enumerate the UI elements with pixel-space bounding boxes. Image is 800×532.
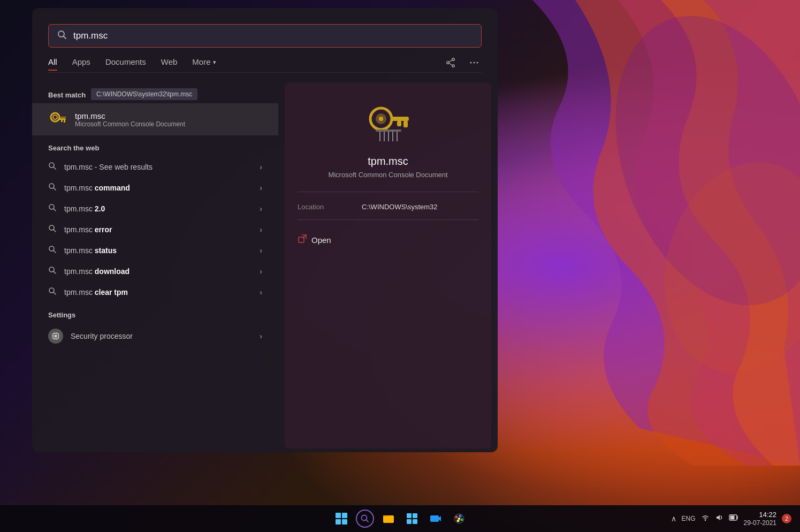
svg-line-25 bbox=[54, 230, 56, 232]
settings-section: Settings bbox=[32, 307, 278, 349]
tab-web[interactable]: Web bbox=[161, 57, 178, 71]
chevron-down-icon: ▾ bbox=[213, 59, 216, 66]
search-circle-icon bbox=[356, 510, 374, 528]
taskbar-store[interactable] bbox=[402, 508, 422, 529]
windows-logo-icon bbox=[336, 513, 347, 525]
search-web-label: Search the web bbox=[32, 140, 278, 156]
svg-line-3 bbox=[64, 36, 66, 39]
search-input-value[interactable]: tpm.msc bbox=[73, 31, 473, 41]
svg-line-27 bbox=[54, 250, 56, 253]
svg-rect-45 bbox=[391, 117, 409, 121]
svg-rect-64 bbox=[430, 515, 439, 522]
wifi-icon[interactable] bbox=[701, 513, 710, 523]
chevron-right-icon-2: › bbox=[260, 204, 262, 213]
tab-documents[interactable]: Documents bbox=[105, 57, 146, 71]
start-button[interactable] bbox=[331, 508, 352, 529]
taskbar-search-button[interactable] bbox=[355, 508, 375, 529]
web-item-3[interactable]: tpm.msc error › bbox=[32, 219, 278, 240]
share-icon[interactable] bbox=[443, 55, 458, 73]
web-item-text-5: tpm.msc download bbox=[64, 267, 252, 276]
taskbar-center bbox=[331, 508, 469, 529]
security-processor-label: Security processor bbox=[71, 332, 252, 340]
svg-rect-33 bbox=[55, 335, 57, 338]
preview-panel: tpm.msc Microsoft Common Console Documen… bbox=[285, 82, 491, 449]
search-icon-small bbox=[48, 162, 57, 172]
tab-all[interactable]: All bbox=[48, 57, 57, 71]
svg-line-19 bbox=[54, 167, 56, 169]
app-preview-icon bbox=[364, 98, 412, 147]
taskbar: ∧ ENG bbox=[0, 505, 800, 532]
tpm-msc-icon bbox=[48, 110, 67, 129]
language-indicator[interactable]: ENG bbox=[682, 515, 696, 522]
taskbar-zoom[interactable] bbox=[425, 508, 446, 529]
svg-rect-46 bbox=[403, 121, 408, 127]
web-item-2[interactable]: tpm.msc 2.0 › bbox=[32, 198, 278, 219]
web-item-4[interactable]: tpm.msc status › bbox=[32, 240, 278, 261]
web-item-6[interactable]: tpm.msc clear tpm › bbox=[32, 282, 278, 302]
web-item-1[interactable]: tpm.msc command › bbox=[32, 177, 278, 198]
preview-app-name: tpm.msc bbox=[368, 155, 408, 168]
svg-point-9 bbox=[470, 62, 472, 64]
open-button[interactable]: Open bbox=[298, 231, 331, 249]
svg-point-44 bbox=[379, 117, 383, 121]
svg-line-55 bbox=[303, 235, 306, 238]
best-match-item[interactable]: C:\WINDOWS\system32\tpm.msc tp bbox=[32, 103, 278, 135]
svg-line-29 bbox=[54, 271, 56, 273]
tab-right-icons bbox=[443, 55, 482, 73]
svg-rect-62 bbox=[407, 519, 412, 524]
settings-label: Settings bbox=[32, 307, 278, 323]
notification-badge[interactable]: 2 bbox=[782, 514, 791, 523]
search-icon-small-2 bbox=[48, 203, 57, 214]
more-options-icon[interactable] bbox=[467, 55, 482, 73]
chevron-right-icon-6: › bbox=[260, 288, 262, 297]
svg-rect-14 bbox=[58, 118, 66, 120]
main-content: Best match C:\WINDOWS\system32\tpm.msc bbox=[32, 78, 498, 452]
clock-date: 29-07-2021 bbox=[744, 519, 776, 527]
svg-point-66 bbox=[455, 516, 458, 519]
best-match-subtitle: Microsoft Common Console Document bbox=[75, 120, 185, 128]
search-box[interactable]: tpm.msc bbox=[48, 24, 482, 48]
taskbar-paint[interactable] bbox=[449, 508, 469, 529]
search-icon-small-5 bbox=[48, 266, 57, 276]
clock-time: 14:22 bbox=[744, 511, 776, 520]
volume-icon[interactable] bbox=[715, 513, 723, 523]
battery-icon[interactable] bbox=[729, 514, 738, 523]
web-item-text-0: tpm.msc - See web results bbox=[64, 163, 252, 171]
svg-rect-15 bbox=[64, 120, 65, 123]
svg-point-13 bbox=[53, 115, 57, 119]
search-icon-small-6 bbox=[48, 287, 57, 297]
search-icon-small-3 bbox=[48, 224, 57, 234]
preview-location-value: C:\WINDOWS\system32 bbox=[362, 203, 438, 211]
tab-apps[interactable]: Apps bbox=[72, 57, 90, 71]
taskbar-file-explorer[interactable] bbox=[378, 508, 399, 529]
svg-line-23 bbox=[54, 209, 56, 211]
svg-line-31 bbox=[54, 292, 56, 294]
tab-more[interactable]: More ▾ bbox=[192, 57, 216, 71]
taskbar-right: ∧ ENG bbox=[671, 511, 791, 527]
settings-item-security[interactable]: Security processor › bbox=[32, 323, 278, 349]
preview-divider-2 bbox=[298, 219, 478, 220]
web-item-5[interactable]: tpm.msc download › bbox=[32, 261, 278, 282]
preview-location-label: Location bbox=[298, 203, 362, 211]
web-item-text-2: tpm.msc 2.0 bbox=[64, 204, 252, 213]
web-item-0[interactable]: tpm.msc - See web results › bbox=[32, 156, 278, 177]
svg-rect-47 bbox=[397, 121, 401, 126]
svg-point-68 bbox=[460, 519, 463, 521]
search-web-section: Search the web tpm.msc - See web results… bbox=[32, 140, 278, 302]
open-label: Open bbox=[311, 235, 331, 245]
svg-line-7 bbox=[449, 60, 452, 62]
tray-chevron-icon[interactable]: ∧ bbox=[671, 514, 676, 523]
svg-point-71 bbox=[704, 520, 705, 521]
svg-rect-63 bbox=[413, 519, 417, 524]
svg-point-11 bbox=[477, 62, 478, 64]
left-panel: Best match C:\WINDOWS\system32\tpm.msc bbox=[32, 78, 278, 452]
filter-tabs: All Apps Documents Web More ▾ bbox=[32, 48, 498, 73]
svg-line-57 bbox=[366, 520, 368, 522]
path-tooltip: C:\WINDOWS\system32\tpm.msc bbox=[91, 88, 197, 100]
svg-line-21 bbox=[54, 188, 56, 190]
svg-rect-53 bbox=[376, 130, 401, 132]
chevron-right-icon-3: › bbox=[260, 225, 262, 234]
clock-block[interactable]: 14:22 29-07-2021 bbox=[744, 511, 776, 527]
preview-divider-1 bbox=[298, 192, 478, 192]
best-match-title: tpm.msc bbox=[75, 111, 185, 120]
